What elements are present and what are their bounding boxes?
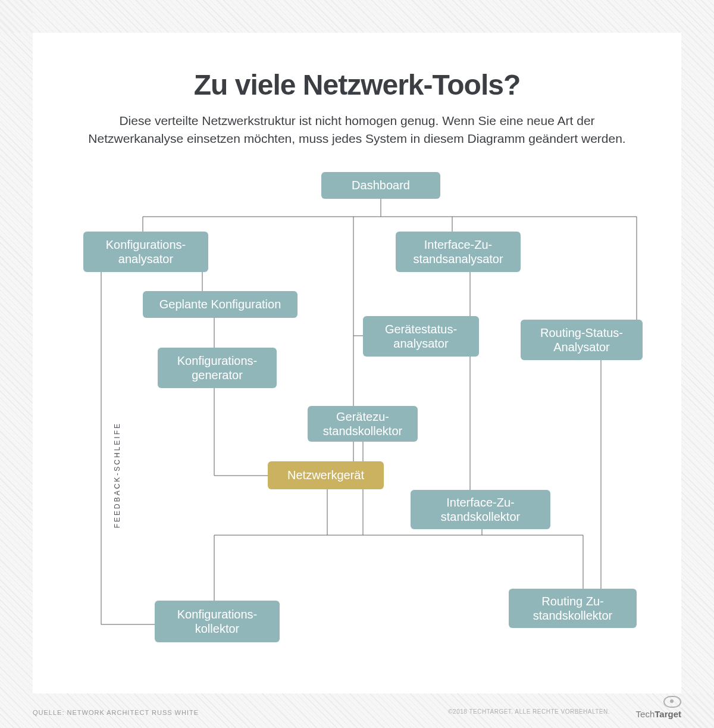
logo-text-a: Tech — [636, 709, 655, 719]
diagram-subtitle: Diese verteilte Netzwerkstruktur ist nic… — [71, 112, 643, 148]
copyright-text: ©2018 TECHTARGET. ALLE RECHTE VORBEHALTE… — [448, 708, 610, 715]
node-geplante-konfig: Geplante Konfiguration — [143, 291, 298, 318]
eye-icon — [663, 696, 681, 708]
source-credit: QUELLE: NETWORK ARCHITECT RUSS WHITE — [33, 709, 199, 716]
hatch-right — [681, 0, 714, 728]
node-konfig-kollektor: Konfigurations- kollektor — [155, 601, 280, 642]
node-konfig-analysator: Konfigurations- analysator — [83, 232, 208, 272]
diagram-title: Zu viele Netzwerk-Tools? — [62, 68, 652, 101]
node-netzwerkgeraet: Netzwerkgerät — [268, 461, 384, 489]
node-routing-kollektor: Routing Zu- standskollektor — [509, 589, 637, 628]
node-interface-kollektor: Interface-Zu- standskollektor — [411, 490, 550, 529]
hatch-top — [0, 0, 714, 33]
logo-text-b: Target — [654, 709, 681, 719]
node-geraetezustand-kollektor: Gerätezu- standskollektor — [308, 406, 418, 442]
node-konfig-generator: Konfigurations- generator — [158, 348, 277, 388]
logo-text: TechTarget — [636, 709, 681, 719]
node-geraetestatus-analysator: Gerätestatus- analysator — [363, 316, 479, 357]
diagram-area: Dashboard Konfigurations- analysator Int… — [65, 172, 649, 660]
hatch-left — [0, 0, 33, 728]
node-interface-analysator: Interface-Zu- standsanalysator — [396, 232, 521, 272]
techtarget-logo: TechTarget — [636, 696, 681, 719]
feedback-loop-label: FEEDBACK-SCHLEIFE — [113, 422, 121, 528]
content-card: Zu viele Netzwerk-Tools? Diese verteilte… — [33, 33, 681, 693]
node-dashboard: Dashboard — [321, 172, 440, 199]
node-routing-status-analysator: Routing-Status- Analysator — [521, 320, 643, 360]
